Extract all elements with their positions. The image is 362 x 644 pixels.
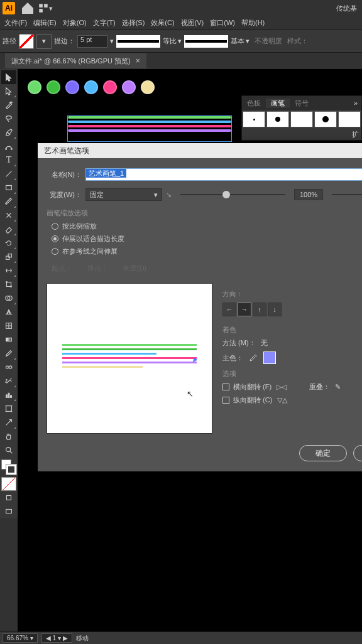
symbol-sprayer-tool[interactable] (1, 374, 16, 388)
close-tab-icon[interactable]: × (136, 56, 140, 65)
cancel-button[interactable]: 取 (353, 445, 362, 461)
stroke-weight-input[interactable]: 5 pt (77, 35, 107, 48)
shaper-tool[interactable] (1, 208, 16, 222)
menu-effect[interactable]: 效果(C) (148, 18, 177, 28)
document-tab[interactable]: 源文件.ai* @ 66.67% (RGB/GPU 预览) × (5, 53, 146, 68)
flip-horizontal-checkbox[interactable]: 横向翻转 (F) ▷◁ 重叠： ✎ (222, 382, 362, 392)
fill-swatch[interactable] (19, 34, 34, 49)
menu-file[interactable]: 文件(F) (1, 18, 30, 28)
lasso-tool[interactable] (1, 112, 16, 126)
selected-artwork[interactable] (68, 116, 231, 141)
overlap-icon[interactable]: ✎ (335, 383, 341, 391)
pen-tool[interactable] (1, 126, 16, 139)
color-mode-toggle[interactable] (1, 477, 16, 491)
menu-window[interactable]: 窗口(W) (207, 18, 238, 28)
direction-up-button[interactable]: ↑ (253, 303, 266, 316)
width-profile-1[interactable] (116, 35, 160, 48)
mesh-tool[interactable] (1, 319, 16, 333)
style-label[interactable]: 样式： (287, 36, 308, 46)
brush-name-input[interactable]: 艺术画笔_1 (85, 168, 362, 181)
eraser-tool[interactable] (1, 222, 16, 236)
brush-preview: ➤ ↖ (47, 283, 212, 434)
svg-point-18 (9, 366, 11, 368)
width-tool[interactable] (1, 264, 16, 277)
workspace-switcher-icon[interactable]: ▾ (38, 1, 53, 16)
stroke-stepper-icon[interactable]: ▾ (110, 37, 114, 45)
type-tool[interactable]: T (1, 153, 16, 167)
scale-proportional-radio[interactable]: 按比例缩放 (52, 222, 362, 231)
column-graph-tool[interactable] (1, 388, 16, 402)
stretch-to-fit-radio[interactable]: 伸展以适合描边长度 (52, 234, 362, 244)
panel-more-icon[interactable]: » (350, 99, 361, 107)
gradient-tool[interactable] (1, 333, 16, 346)
screen-mode-button[interactable] (1, 505, 16, 518)
free-transform-tool[interactable] (1, 277, 16, 291)
width-slider[interactable] (180, 194, 285, 195)
direction-right-button[interactable]: → (238, 303, 251, 316)
svg-rect-8 (6, 256, 9, 259)
opacity-label[interactable]: 不透明度 (255, 36, 282, 46)
svg-point-3 (6, 116, 12, 119)
brush-thumb[interactable] (266, 111, 289, 127)
fill-stroke-indicator[interactable] (1, 459, 16, 475)
brush-thumb[interactable] (290, 111, 313, 127)
width-percent-input[interactable]: 100% (294, 189, 323, 200)
selection-type-label: 路径 (3, 36, 16, 46)
svg-point-4 (6, 149, 7, 150)
dialog-title-bar[interactable]: 艺术画笔选项 (38, 143, 362, 158)
artboard-nav[interactable]: ◀ 1 ▾ ▶ (41, 633, 72, 643)
draw-mode-button[interactable] (1, 491, 16, 505)
direction-down-button[interactable]: ↓ (268, 303, 282, 316)
key-color-swatch[interactable] (263, 352, 276, 364)
menu-edit[interactable]: 编辑(E) (30, 18, 60, 28)
rotate-tool[interactable] (1, 236, 16, 250)
flip-v-icon: ▽△ (277, 396, 287, 404)
slice-tool[interactable] (1, 416, 16, 429)
brush-definition[interactable] (184, 35, 228, 48)
magic-wand-tool[interactable] (1, 98, 16, 112)
ok-button[interactable]: 确定 (299, 445, 347, 461)
zoom-level-select[interactable]: 66.67% ▾ (3, 633, 38, 643)
panel-tab-symbols[interactable]: 符号 (290, 99, 314, 108)
rectangle-tool[interactable] (1, 181, 16, 195)
shape-builder-tool[interactable] (1, 291, 16, 305)
menu-object[interactable]: 对象(O) (60, 18, 90, 28)
line-tool[interactable] (1, 167, 16, 181)
colorize-method-value[interactable]: 无 (261, 338, 268, 348)
swatch-circle (141, 80, 155, 94)
brush-thumb[interactable] (243, 111, 265, 127)
panel-tab-brushes[interactable]: 画笔 (266, 99, 290, 108)
workspace-label[interactable]: 传统基 (336, 4, 359, 13)
document-tab-label: 源文件.ai* @ 66.67% (RGB/GPU 预览) (11, 56, 131, 66)
paintbrush-tool[interactable] (1, 195, 16, 208)
stroke-dash-button[interactable]: ▾ (36, 34, 52, 49)
selection-tool[interactable] (1, 70, 16, 84)
blend-tool[interactable] (1, 360, 16, 374)
width-mode-select[interactable]: 固定▾ (85, 188, 162, 201)
panel-tab-swatches[interactable]: 色板 (242, 99, 266, 108)
swatch-circle (103, 80, 117, 94)
link-icon[interactable]: ↘ (166, 191, 172, 199)
stretch-between-guides-radio[interactable]: 在参考线之间伸展 (52, 247, 362, 256)
menu-type[interactable]: 文字(T) (90, 18, 119, 28)
brush-thumb[interactable] (314, 111, 337, 127)
zoom-tool[interactable] (1, 443, 16, 457)
eyedropper-tool[interactable] (1, 346, 16, 360)
artboard-tool[interactable] (1, 402, 16, 416)
flip-vertical-checkbox[interactable]: 纵向翻转 (C) ▽△ (222, 395, 362, 405)
scale-tool[interactable] (1, 250, 16, 264)
menu-help[interactable]: 帮助(H) (238, 18, 268, 28)
swatch-circle (28, 80, 41, 94)
direct-selection-tool[interactable] (1, 84, 16, 98)
key-color-eyedropper-icon[interactable] (248, 353, 258, 363)
menu-select[interactable]: 选择(S) (119, 18, 148, 28)
brush-thumb[interactable] (338, 111, 361, 127)
curvature-tool[interactable] (1, 139, 16, 153)
perspective-grid-tool[interactable] (1, 305, 16, 319)
menu-view[interactable]: 视图(V) (178, 18, 207, 28)
hand-tool[interactable] (1, 429, 16, 443)
panel-expand-label[interactable]: 扩 (352, 130, 359, 139)
home-icon[interactable] (20, 1, 35, 16)
direction-left-button[interactable]: ← (222, 303, 236, 316)
width-slider-2[interactable] (332, 194, 362, 195)
